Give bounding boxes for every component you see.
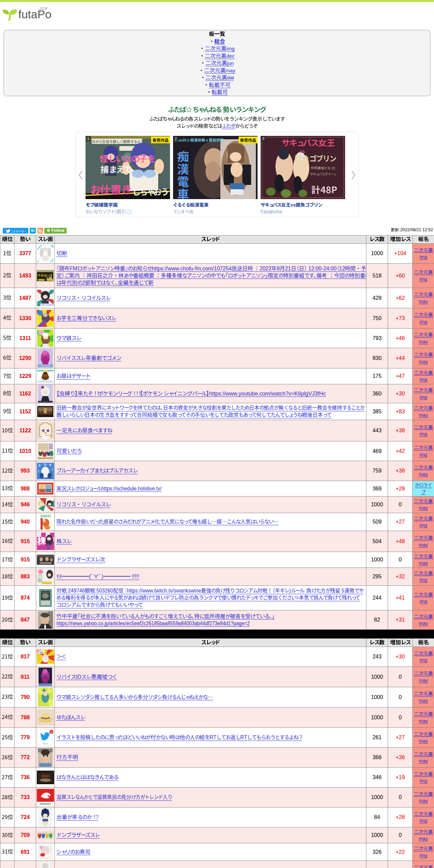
svg-text:Fate: Fate	[38, 651, 44, 654]
svg-text:1: 1	[51, 730, 52, 733]
svg-text:MHR: MHR	[41, 774, 49, 778]
svg-text:Twitter: Twitter	[42, 743, 48, 745]
svg-text:HEIWADO: HEIWADO	[40, 803, 51, 805]
